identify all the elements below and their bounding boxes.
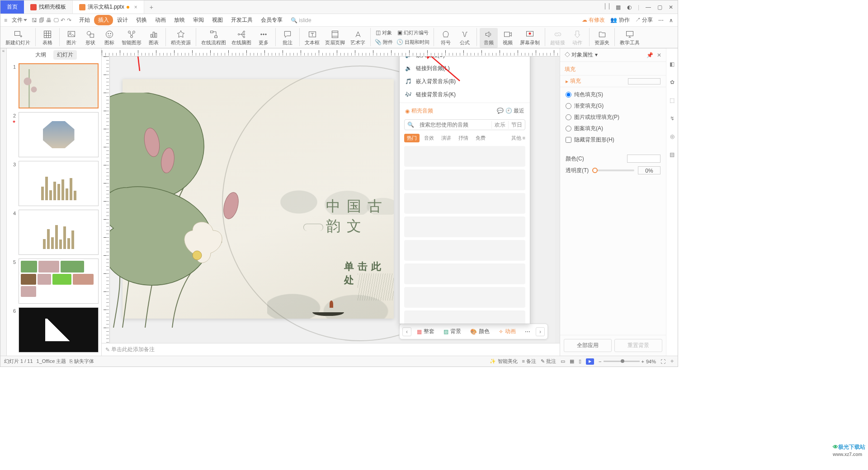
rb-attachment[interactable]: 📎附件 xyxy=(373,38,394,47)
menu-start[interactable]: 开始 xyxy=(75,15,94,25)
slide-page[interactable]: 中国古韵文 单击此处 xyxy=(123,79,394,319)
zoom-out-icon[interactable]: − xyxy=(599,359,601,364)
slide-thumb-5[interactable] xyxy=(19,258,99,304)
rail-docer-icon[interactable]: ◧ xyxy=(670,61,675,67)
rail-layer-icon[interactable]: ▤ xyxy=(670,151,675,158)
rb-mindmap[interactable]: 在线脑图 xyxy=(229,28,254,48)
rb-object[interactable]: ◫对象 xyxy=(373,28,394,37)
vscrollbar[interactable] xyxy=(555,56,560,343)
rb-textbox[interactable]: 文本框 xyxy=(302,28,322,48)
menu-islide[interactable]: 🔍 islide xyxy=(287,16,316,25)
audio-embed-option[interactable]: 🔊嵌入音频(S) xyxy=(400,56,530,62)
filter-hot[interactable]: 热门 xyxy=(404,134,420,142)
radio-pattern-fill[interactable]: 图案填充(A) xyxy=(566,125,660,132)
menu-view[interactable]: 视图 xyxy=(208,15,227,25)
zoom-in-icon[interactable]: + xyxy=(642,359,644,364)
rb-shape[interactable]: 形状 xyxy=(81,28,99,48)
rail-style-icon[interactable]: ✿ xyxy=(670,79,675,85)
user-avatar-icon[interactable]: ◐ xyxy=(627,4,632,10)
transparency-value[interactable]: 0% xyxy=(638,166,660,174)
menu-design[interactable]: 设计 xyxy=(113,15,132,25)
zoom-control[interactable]: − + 94% xyxy=(599,359,656,364)
more-menu-icon[interactable]: ⋯ xyxy=(658,17,664,24)
menu-animation[interactable]: 动画 xyxy=(151,15,170,25)
close-panel-icon[interactable]: ✕ xyxy=(657,52,661,58)
menu-transition[interactable]: 切换 xyxy=(132,15,151,25)
pending-changes-button[interactable]: ☁ 有修改 xyxy=(582,16,605,24)
app-grid-icon[interactable]: ▦ xyxy=(616,4,621,10)
filter-other[interactable]: 其他 ≡ xyxy=(511,135,525,141)
tab-home[interactable]: 首页 xyxy=(0,0,24,14)
notes-pane[interactable]: ✎ 单击此处添加备注 xyxy=(102,343,560,356)
rb-more[interactable]: 更多 xyxy=(255,28,273,48)
slide-thumb-4[interactable] xyxy=(19,210,99,255)
design-background[interactable]: ▨背景 xyxy=(440,326,465,337)
menu-icon[interactable]: ≡ xyxy=(4,17,7,24)
close-icon[interactable]: × xyxy=(134,4,137,10)
rb-datetime[interactable]: 🕓日期和时间 xyxy=(395,38,431,47)
rail-interact-icon[interactable]: ↯ xyxy=(670,115,675,122)
radio-gradient-fill[interactable]: 渐变填充(G) xyxy=(566,102,660,110)
transparency-slider[interactable] xyxy=(592,169,634,171)
rail-anim-icon[interactable]: ◎ xyxy=(670,133,675,140)
design-animation[interactable]: ✧动画 xyxy=(495,326,519,337)
design-more[interactable]: ⋯ xyxy=(521,327,534,337)
reset-bg-button[interactable]: 重置背景 xyxy=(614,339,662,352)
menu-file[interactable]: 文件 xyxy=(9,15,30,25)
undo-icon[interactable]: ↶ xyxy=(61,17,65,24)
audio-link-bgm-option[interactable]: 🎶链接背景音乐(K) xyxy=(400,88,530,101)
design-prev[interactable]: ‹ xyxy=(402,327,411,336)
color-swatch[interactable] xyxy=(627,155,660,163)
apply-all-button[interactable]: 全部应用 xyxy=(564,339,612,352)
rb-video[interactable]: 视频 xyxy=(499,28,517,48)
rb-wordart[interactable]: 艺术字 xyxy=(348,28,368,48)
print-preview-icon[interactable]: 🖵 xyxy=(53,17,59,24)
thumbtab-slides[interactable]: 幻灯片 xyxy=(53,50,77,60)
filter-sfx[interactable]: 音效 xyxy=(421,134,437,142)
save-as-icon[interactable]: 🗐 xyxy=(39,17,44,24)
collapse-ribbon-icon[interactable]: ∧ xyxy=(669,17,673,24)
play-slideshow-button[interactable]: ▶ xyxy=(586,358,594,365)
rb-audio[interactable]: 音频 xyxy=(480,28,498,48)
rb-symbol[interactable]: 符号 xyxy=(437,28,455,48)
zoom-value[interactable]: 94% xyxy=(646,359,656,364)
menu-insert[interactable]: 插入 xyxy=(94,15,113,25)
redo-icon[interactable]: ↷ xyxy=(67,17,71,24)
view-sorter-icon[interactable]: ▦ xyxy=(570,358,574,364)
minimize-button[interactable]: — xyxy=(646,4,651,10)
status-notes[interactable]: ≡ 备注 xyxy=(522,358,536,365)
print-icon[interactable]: 🖶 xyxy=(46,17,52,24)
rb-chart[interactable]: 图表 xyxy=(145,28,163,48)
panel-tab-fill[interactable]: 填充 xyxy=(560,62,666,75)
rb-header-footer[interactable]: 页眉页脚 xyxy=(323,28,347,48)
rb-teaching-tools[interactable]: 教学工具 xyxy=(618,28,642,48)
status-beautify[interactable]: ✨ 智能美化 xyxy=(490,358,517,365)
coop-button[interactable]: 👥 协作 xyxy=(610,16,629,24)
radio-solid-fill[interactable]: 纯色填充(S) xyxy=(566,91,660,99)
pin-icon[interactable]: 📌 xyxy=(646,52,653,58)
save-icon[interactable]: 🖫 xyxy=(32,17,37,24)
rb-resource-pool[interactable]: 资源夹 xyxy=(592,28,612,48)
new-tab-button[interactable]: + xyxy=(144,4,159,11)
audio-link-option[interactable]: 🔉链接到音频(L) xyxy=(400,62,530,75)
rb-picture[interactable]: 图片 xyxy=(62,28,80,48)
radio-picture-fill[interactable]: 图片或纹理填充(P) xyxy=(566,113,660,121)
collapse-thumbnails[interactable]: « xyxy=(0,48,7,356)
thumbtab-outline[interactable]: 大纲 xyxy=(32,50,50,60)
design-suite[interactable]: ▦整套 xyxy=(413,326,438,337)
audio-tag-festival[interactable]: 节日 xyxy=(508,121,525,129)
reading-layout-icon[interactable] xyxy=(605,3,609,11)
design-color[interactable]: 🎨颜色 xyxy=(467,326,493,337)
menu-developer[interactable]: 开发工具 xyxy=(227,15,257,25)
slide-thumb-1[interactable] xyxy=(19,63,99,108)
slide-stage[interactable]: 中国古韵文 单击此处 🔊嵌入音频(S) 🔉链接到音频(L) 🎵嵌入背景音乐(B)… xyxy=(110,56,555,343)
fit-window-icon[interactable]: ⛶ xyxy=(660,359,665,364)
status-comments[interactable]: ✎ 批注 xyxy=(541,358,556,365)
slide-title[interactable]: 中国古韵文 xyxy=(326,197,394,236)
audio-embed-bgm-option[interactable]: 🎵嵌入背景音乐(B) xyxy=(400,75,530,88)
maximize-button[interactable]: ▢ xyxy=(657,4,662,10)
rb-icon[interactable]: 图标 xyxy=(100,28,118,48)
audio-search[interactable]: 🔍 欢乐 节日 xyxy=(404,119,525,130)
rb-flowchart[interactable]: 在线流程图 xyxy=(199,28,228,48)
section-fill[interactable]: ▸ 填充 xyxy=(560,75,666,87)
